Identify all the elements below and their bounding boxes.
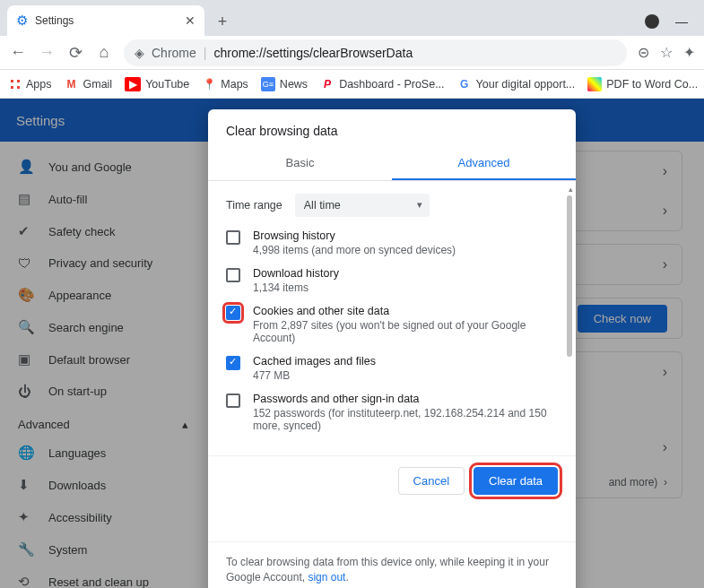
close-tab-icon[interactable]: ✕	[185, 13, 196, 28]
browser-titlebar: ⚙ Settings ✕ + —	[0, 0, 704, 36]
bookmark-youtube[interactable]: ▶YouTube	[125, 77, 189, 91]
zoom-icon[interactable]: ⊝	[638, 44, 649, 61]
option-cookies[interactable]: Cookies and other site data From 2,897 s…	[226, 305, 558, 344]
dialog-spacer	[208, 506, 576, 541]
back-button[interactable]: ←	[9, 43, 27, 62]
bookmark-pdf[interactable]: PDF to Word Co...	[587, 77, 698, 91]
maps-pin-icon: 📍	[202, 77, 216, 91]
time-range-label: Time range	[226, 199, 282, 212]
browser-tab[interactable]: ⚙ Settings ✕	[7, 5, 204, 36]
dialog-scrollbar[interactable]: ▴	[567, 185, 574, 452]
youtube-icon: ▶	[125, 77, 141, 91]
dialog-title: Clear browsing data	[208, 109, 576, 147]
scroll-thumb[interactable]	[567, 195, 572, 357]
site-info-icon[interactable]: ◈	[135, 46, 144, 60]
sign-out-link[interactable]: sign out	[308, 571, 345, 584]
bookmark-maps[interactable]: 📍Maps	[202, 77, 248, 91]
gmail-icon: M	[65, 77, 79, 91]
settings-gear-icon: ⚙	[16, 13, 28, 29]
home-button[interactable]: ⌂	[95, 43, 113, 62]
checkbox-browsing-history[interactable]	[226, 230, 240, 245]
checkbox-cookies[interactable]	[226, 306, 240, 320]
bookmark-gmail[interactable]: MGmail	[65, 77, 113, 91]
option-browsing-history[interactable]: Browsing history 4,998 items (and more o…	[226, 229, 558, 256]
pdf-icon	[587, 77, 602, 91]
account-icon[interactable]	[645, 14, 659, 29]
option-download-history[interactable]: Download history 1,134 items	[226, 267, 558, 294]
url-text: chrome://settings/clearBrowserData	[213, 46, 413, 60]
forward-button[interactable]: →	[38, 43, 56, 62]
bookmark-news[interactable]: G≡News	[261, 77, 308, 91]
bookmark-dashboard[interactable]: PDashboard - ProSe...	[320, 77, 444, 91]
apps-icon	[9, 78, 22, 91]
bookmark-digital[interactable]: GYour digital opport...	[457, 77, 576, 91]
url-prefix: Chrome	[152, 46, 196, 60]
tab-advanced[interactable]: Advanced	[392, 147, 576, 180]
clear-browsing-data-dialog: Clear browsing data Basic Advanced ▴ Tim…	[208, 109, 576, 588]
bookmark-apps[interactable]: Apps	[9, 78, 52, 91]
cancel-button[interactable]: Cancel	[398, 467, 465, 495]
address-bar[interactable]: ◈ Chrome | chrome://settings/clearBrowse…	[124, 39, 627, 66]
option-cached[interactable]: Cached images and files 477 MB	[226, 355, 558, 382]
tab-title: Settings	[35, 14, 74, 27]
extensions-icon[interactable]: ✦	[683, 44, 695, 61]
option-passwords[interactable]: Passwords and other sign-in data 152 pas…	[226, 393, 558, 432]
scroll-up-icon[interactable]: ▴	[567, 185, 574, 194]
news-icon: G≡	[261, 77, 275, 91]
pinterest-icon: P	[320, 77, 335, 91]
window-controls: —	[645, 14, 704, 36]
dialog-body: ▴ Time range All time Browsing history 4…	[208, 181, 576, 455]
dialog-tabs: Basic Advanced	[208, 147, 576, 181]
time-range-select[interactable]: All time	[295, 194, 430, 217]
clear-data-button[interactable]: Clear data	[474, 467, 558, 495]
dialog-actions: Cancel Clear data	[208, 455, 576, 506]
google-g-icon: G	[457, 77, 472, 91]
browser-toolbar: ← → ⟳ ⌂ ◈ Chrome | chrome://settings/cle…	[0, 36, 704, 70]
checkbox-cached[interactable]	[226, 356, 240, 370]
bookmarks-bar: Apps MGmail ▶YouTube 📍Maps G≡News PDashb…	[0, 70, 704, 99]
tab-basic[interactable]: Basic	[208, 147, 392, 180]
minimize-icon[interactable]: —	[675, 14, 688, 29]
bookmark-star-icon[interactable]: ☆	[660, 44, 673, 61]
time-range-row: Time range All time	[226, 194, 558, 217]
dialog-footer: To clear browsing data from this device …	[208, 541, 576, 588]
checkbox-passwords[interactable]	[226, 393, 240, 408]
new-tab-button[interactable]: +	[210, 9, 235, 34]
checkbox-download-history[interactable]	[226, 268, 240, 282]
reload-button[interactable]: ⟳	[66, 43, 84, 63]
